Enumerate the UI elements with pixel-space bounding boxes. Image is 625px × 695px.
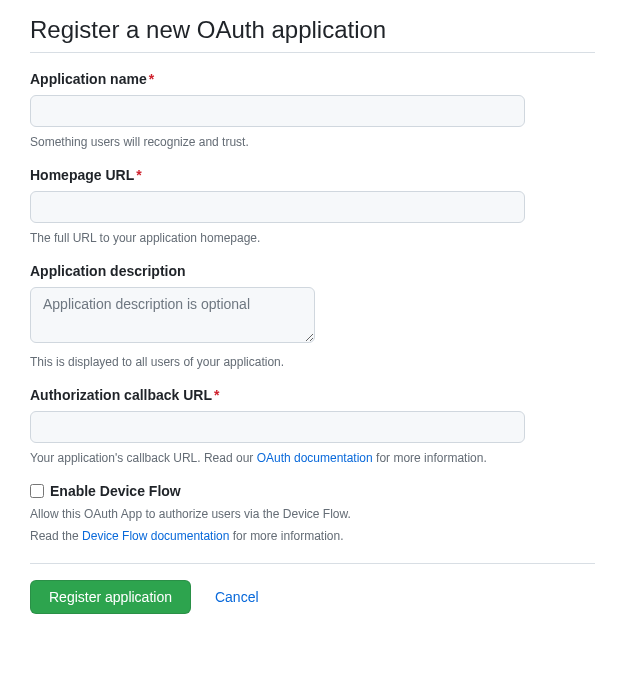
homepage-label-text: Homepage URL (30, 167, 134, 183)
device-flow-checkbox[interactable] (30, 484, 44, 498)
callback-input[interactable] (30, 411, 525, 443)
required-asterisk: * (214, 387, 219, 403)
app-name-input[interactable] (30, 95, 525, 127)
required-asterisk: * (149, 71, 154, 87)
homepage-label: Homepage URL* (30, 167, 595, 183)
description-textarea[interactable] (30, 287, 315, 343)
register-button[interactable]: Register application (30, 580, 191, 614)
app-name-note: Something users will recognize and trust… (30, 135, 595, 149)
divider (30, 563, 595, 564)
oauth-docs-link[interactable]: OAuth documentation (257, 451, 373, 465)
description-note: This is displayed to all users of your a… (30, 355, 595, 369)
callback-group: Authorization callback URL* Your applica… (30, 387, 595, 465)
required-asterisk: * (136, 167, 141, 183)
device-flow-note2-suffix: for more information. (229, 529, 343, 543)
callback-note-prefix: Your application's callback URL. Read ou… (30, 451, 257, 465)
homepage-input[interactable] (30, 191, 525, 223)
device-flow-note1: Allow this OAuth App to authorize users … (30, 507, 595, 521)
callback-note-suffix: for more information. (373, 451, 487, 465)
description-label: Application description (30, 263, 595, 279)
device-flow-label: Enable Device Flow (50, 483, 181, 499)
callback-note: Your application's callback URL. Read ou… (30, 451, 595, 465)
homepage-group: Homepage URL* The full URL to your appli… (30, 167, 595, 245)
device-flow-note2: Read the Device Flow documentation for m… (30, 529, 595, 543)
device-flow-note2-prefix: Read the (30, 529, 82, 543)
homepage-note: The full URL to your application homepag… (30, 231, 595, 245)
callback-label: Authorization callback URL* (30, 387, 595, 403)
cancel-link[interactable]: Cancel (215, 589, 259, 605)
description-group: Application description This is displaye… (30, 263, 595, 369)
page-title: Register a new OAuth application (30, 16, 595, 53)
device-flow-row: Enable Device Flow (30, 483, 595, 499)
actions-row: Register application Cancel (30, 580, 595, 614)
callback-label-text: Authorization callback URL (30, 387, 212, 403)
app-name-label: Application name* (30, 71, 595, 87)
app-name-label-text: Application name (30, 71, 147, 87)
app-name-group: Application name* Something users will r… (30, 71, 595, 149)
device-flow-docs-link[interactable]: Device Flow documentation (82, 529, 229, 543)
